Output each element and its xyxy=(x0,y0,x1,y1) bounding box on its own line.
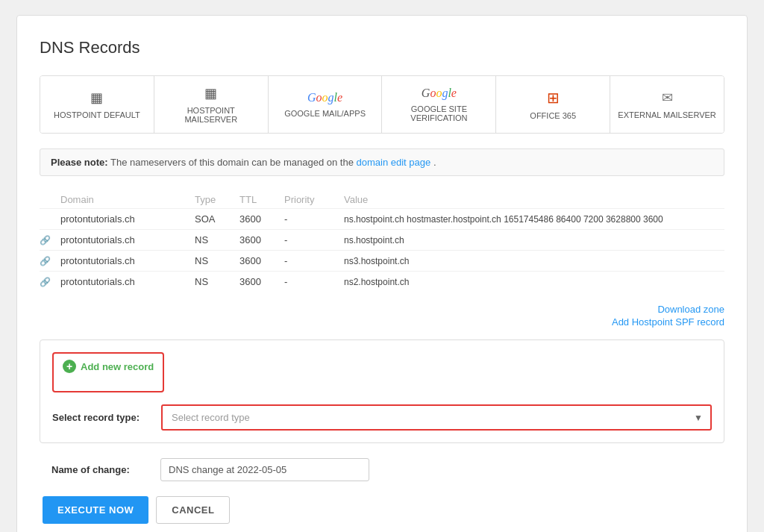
tab-google-mail[interactable]: Google GOOGLE MAIL/APPS xyxy=(269,76,383,133)
office365-icon: ⊞ xyxy=(547,89,560,107)
name-change-input[interactable] xyxy=(160,458,369,481)
record-type-select-wrapper: Select record type A AAAA CNAME MX NS SO… xyxy=(161,404,712,431)
note-suffix: . xyxy=(433,157,436,168)
row-priority: - xyxy=(284,234,344,245)
row-ttl: 3600 xyxy=(239,276,284,287)
row-value: ns3.hostpoint.ch xyxy=(344,256,724,266)
tab-google-site[interactable]: Google GOOGLE SITE VERIFICATION xyxy=(382,76,496,133)
dns-table: Domain Type TTL Priority Value protontut… xyxy=(40,191,724,292)
table-row: 🔗 protontutorials.ch NS 3600 - ns.hostpo… xyxy=(40,229,724,250)
action-buttons: EXECUTE NOW CANCEL xyxy=(43,496,724,524)
table-actions: Download zone Add Hostpoint SPF record xyxy=(40,304,724,328)
row-type: SOA xyxy=(195,213,239,225)
plus-icon: + xyxy=(63,360,76,373)
row-value: ns.hostpoint.ch hostmaster.hostpoint.ch … xyxy=(344,214,724,225)
external-mailserver-icon: ✉ xyxy=(662,90,673,106)
row-type: NS xyxy=(195,234,239,245)
tab-hostpoint-mailserver[interactable]: ▦ HOSTPOINT MAILSERVER xyxy=(154,76,269,133)
link-icon: 🔗 xyxy=(40,235,60,245)
link-icon: 🔗 xyxy=(40,277,60,287)
table-row: 🔗 protontutorials.ch NS 3600 - ns3.hostp… xyxy=(40,250,724,271)
tab-external-mailserver-label: EXTERNAL MAILSERVER xyxy=(618,110,716,119)
name-change-label: Name of change: xyxy=(51,464,148,475)
add-record-label: Add new record xyxy=(81,361,154,372)
tab-external-mailserver[interactable]: ✉ EXTERNAL MAILSERVER xyxy=(610,76,724,133)
row-domain: protontutorials.ch xyxy=(60,255,195,266)
table-row: 🔗 protontutorials.ch NS 3600 - ns2.hostp… xyxy=(40,271,724,292)
col-value: Value xyxy=(344,194,724,205)
cancel-button[interactable]: CANCEL xyxy=(156,496,230,524)
page-title: DNS Records xyxy=(40,38,724,57)
google-mail-icon: Google xyxy=(307,91,342,104)
record-type-label: Select record type: xyxy=(52,412,149,423)
table-row: protontutorials.ch SOA 3600 - ns.hostpoi… xyxy=(40,208,724,229)
dns-records-page: DNS Records ▦ HOSTPOINT DEFAULT ▦ HOSTPO… xyxy=(16,15,748,532)
add-spf-link[interactable]: Add Hostpoint SPF record xyxy=(612,316,724,328)
tab-google-site-label: GOOGLE SITE VERIFICATION xyxy=(388,104,489,122)
row-type: NS xyxy=(195,276,239,287)
record-type-select[interactable]: Select record type A AAAA CNAME MX NS SO… xyxy=(163,406,710,429)
execute-now-button[interactable]: EXECUTE NOW xyxy=(43,496,148,524)
col-ttl: TTL xyxy=(239,194,284,205)
row-value: ns2.hostpoint.ch xyxy=(344,277,724,287)
tab-office365-label: OFFICE 365 xyxy=(530,111,576,120)
record-type-row: Select record type: Select record type A… xyxy=(52,404,712,431)
row-priority: - xyxy=(284,255,344,266)
row-ttl: 3600 xyxy=(239,234,284,245)
row-ttl: 3600 xyxy=(239,255,284,266)
row-priority: - xyxy=(284,213,344,225)
note-prefix: Please note: xyxy=(51,157,108,168)
download-zone-link[interactable]: Download zone xyxy=(657,304,724,315)
tab-hostpoint-default-label: HOSTPOINT DEFAULT xyxy=(54,110,140,119)
tab-office365[interactable]: ⊞ OFFICE 365 xyxy=(496,76,610,133)
google-site-icon: Google xyxy=(422,87,457,100)
hostpoint-default-icon: ▦ xyxy=(90,90,103,106)
add-record-section: + Add new record Select record type: Sel… xyxy=(40,339,724,443)
row-type: NS xyxy=(195,255,239,266)
add-new-record-button[interactable]: + Add new record xyxy=(63,360,154,373)
col-priority: Priority xyxy=(284,194,344,205)
link-icon: 🔗 xyxy=(40,256,60,266)
row-priority: - xyxy=(284,276,344,287)
table-header: Domain Type TTL Priority Value xyxy=(40,191,724,208)
hostpoint-mailserver-icon: ▦ xyxy=(204,85,217,101)
col-type: Type xyxy=(195,194,239,205)
col-domain: Domain xyxy=(60,194,195,205)
note-banner: Please note: The nameservers of this dom… xyxy=(40,148,724,176)
tab-hostpoint-mailserver-label: HOSTPOINT MAILSERVER xyxy=(160,106,262,124)
row-domain: protontutorials.ch xyxy=(60,276,195,287)
domain-edit-link[interactable]: domain edit page xyxy=(357,157,431,168)
note-text: The nameservers of this domain can be ma… xyxy=(110,157,357,168)
name-change-row: Name of change: xyxy=(40,458,724,481)
tab-hostpoint-default[interactable]: ▦ HOSTPOINT DEFAULT xyxy=(40,76,154,133)
row-domain: protontutorials.ch xyxy=(60,234,195,245)
preset-tabs: ▦ HOSTPOINT DEFAULT ▦ HOSTPOINT MAILSERV… xyxy=(40,75,724,134)
row-domain: protontutorials.ch xyxy=(60,213,195,225)
row-value: ns.hostpoint.ch xyxy=(344,235,724,245)
tab-google-mail-label: GOOGLE MAIL/APPS xyxy=(284,109,366,118)
row-ttl: 3600 xyxy=(239,213,284,225)
